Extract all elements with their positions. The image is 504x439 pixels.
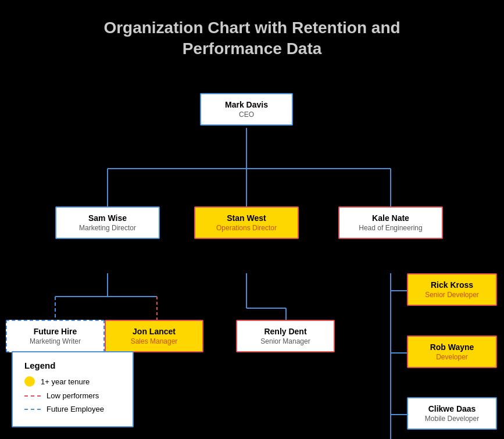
- node-sam: Sam Wise Marketing Director: [55, 206, 160, 239]
- legend-item-future: Future Employee: [24, 405, 121, 413]
- legend-future-label: Future Employee: [47, 405, 104, 413]
- node-rob: Rob Wayne Developer: [407, 336, 497, 368]
- node-kale: Kale Nate Head of Engineering: [338, 206, 443, 239]
- legend-low-perf-label: Low performers: [47, 391, 99, 400]
- legend-dashed-blue-icon: [24, 409, 41, 410]
- legend-title: Legend: [24, 361, 121, 370]
- node-clikwe: Clikwe Daas Mobile Developer: [407, 397, 497, 430]
- node-jon: Jon Lancet Sales Manager: [105, 320, 203, 352]
- legend-item-low-perf: Low performers: [24, 391, 121, 400]
- node-renly: Renly Dent Senior Manager: [236, 320, 335, 352]
- legend-circle-icon: [24, 376, 35, 387]
- legend: Legend 1+ year tenure Low performers Fut…: [12, 351, 134, 427]
- node-rick: Rick Kross Senior Developer: [407, 273, 497, 306]
- chart-area: Mark Davis CEO Sam Wise Marketing Direct…: [0, 81, 504, 439]
- chart-title: Organization Chart with Retention and Pe…: [0, 0, 504, 60]
- legend-tenure-label: 1+ year tenure: [41, 377, 90, 386]
- node-ceo: Mark Davis CEO: [200, 93, 293, 126]
- node-future: Future Hire Marketing Writer: [6, 320, 105, 352]
- legend-dashed-red-icon: [24, 395, 41, 397]
- node-stan: Stan West Operations Director: [194, 206, 299, 239]
- legend-item-tenure: 1+ year tenure: [24, 376, 121, 387]
